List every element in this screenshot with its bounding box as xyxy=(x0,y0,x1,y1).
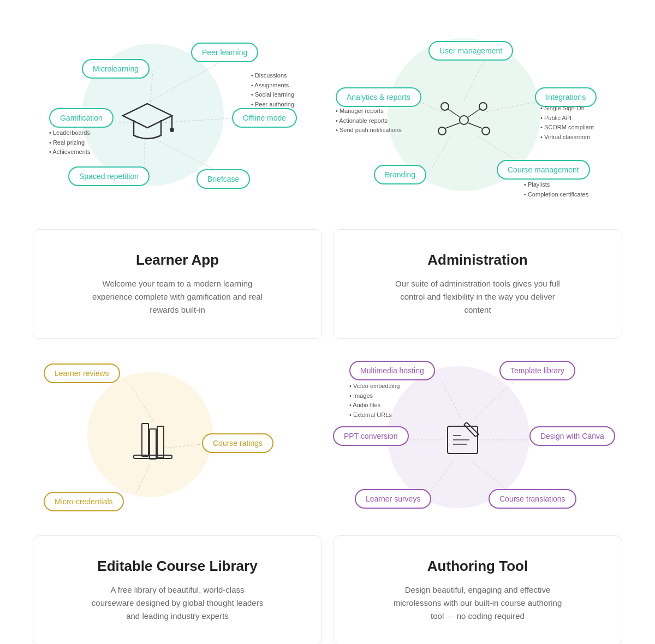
svg-point-8 xyxy=(170,128,174,132)
peer-learning-bullets: Discussions Assignments Social learning … xyxy=(251,71,294,109)
learner-surveys-bubble: Learner surveys xyxy=(355,489,431,509)
branding-bubble: Branding xyxy=(374,165,426,184)
svg-point-18 xyxy=(482,127,490,135)
svg-point-15 xyxy=(441,103,449,110)
bottom-cards: Editable Course Library A free library o… xyxy=(33,535,622,644)
top-cards: Learner App Welcome your team to a moder… xyxy=(33,229,622,339)
template-library-bubble: Template library xyxy=(499,361,575,380)
microlearning-bubble: Microlearning xyxy=(82,59,150,79)
authoring-mindmap: Multimedia hosting Video embedding Image… xyxy=(333,355,622,524)
course-translations-bubble: Course translations xyxy=(489,489,576,509)
peer-learning-bubble: Peer learning xyxy=(191,43,258,62)
offline-mode-bubble: Offline mode xyxy=(232,108,297,128)
administration-title: Administration xyxy=(350,252,605,269)
integrations-bullets: Single Sign-On Public API SCORM complian… xyxy=(540,104,594,142)
svg-marker-6 xyxy=(123,104,172,128)
svg-line-21 xyxy=(445,123,460,128)
library-desc: A free library of beautiful, world-class… xyxy=(90,583,265,623)
svg-line-37 xyxy=(467,422,479,434)
design-canva-bubble: Design with Canva xyxy=(529,426,615,446)
administration-mindmap: User management Analytics & reports Mana… xyxy=(333,16,622,218)
svg-rect-26 xyxy=(142,424,148,456)
micro-credentials-bubble: Micro-credentials xyxy=(44,492,124,511)
svg-line-22 xyxy=(468,123,482,128)
library-card: Editable Course Library A free library o… xyxy=(33,535,322,644)
network-icon xyxy=(434,96,494,145)
svg-point-17 xyxy=(438,127,446,135)
briefcase-bubble: Briefcase xyxy=(196,169,250,189)
svg-line-20 xyxy=(468,109,480,117)
svg-rect-29 xyxy=(134,455,172,458)
multimedia-hosting-bubble: Multimedia hosting xyxy=(349,361,435,380)
user-management-bubble: User management xyxy=(428,41,513,61)
bottom-mindmaps: Learner reviews Course ratings Micro-cre… xyxy=(33,355,622,524)
course-management-bullets: Playlists Completion certificates xyxy=(524,180,588,199)
svg-line-39 xyxy=(464,422,467,425)
authoring-title: Authoring Tool xyxy=(350,558,605,575)
pencil-icon xyxy=(434,413,489,467)
svg-rect-27 xyxy=(150,429,156,459)
svg-line-19 xyxy=(448,109,460,117)
spaced-repetition-bubble: Spaced repetition xyxy=(68,166,150,186)
library-mindmap: Learner reviews Course ratings Micro-cre… xyxy=(33,355,322,524)
multimedia-bullets: Video embedding Images Audio files Exter… xyxy=(349,381,400,420)
learner-app-card: Learner App Welcome your team to a moder… xyxy=(33,229,322,339)
administration-card: Administration Our suite of administrati… xyxy=(333,229,622,339)
authoring-desc: Design beautiful, engaging and effective… xyxy=(390,583,565,623)
svg-point-14 xyxy=(460,116,468,124)
svg-rect-28 xyxy=(157,426,164,458)
learner-reviews-bubble: Learner reviews xyxy=(44,363,120,383)
learner-app-desc: Welcome your team to a modern learning e… xyxy=(90,277,265,317)
graduation-icon xyxy=(117,93,177,153)
learner-app-title: Learner App xyxy=(50,252,305,269)
authoring-card: Authoring Tool Design beautiful, engagin… xyxy=(333,535,622,644)
analytics-bullets: Manager reports Actionable reports Send … xyxy=(336,106,402,135)
course-management-bubble: Course management xyxy=(497,160,590,180)
library-title: Editable Course Library xyxy=(50,558,305,575)
books-icon xyxy=(126,418,180,473)
ppt-conversion-bubble: PPT conversion xyxy=(333,426,409,446)
course-ratings-bubble: Course ratings xyxy=(202,433,273,453)
analytics-bubble: Analytics & reports xyxy=(336,87,421,107)
administration-desc: Our suite of administration tools gives … xyxy=(390,277,565,317)
gamification-bubble: Gamification xyxy=(49,108,114,128)
svg-point-16 xyxy=(479,103,487,110)
gamification-bullets: Leaderboards Real prizing Achievements xyxy=(49,128,90,157)
learner-app-mindmap: Peer learning Discussions Assignments So… xyxy=(33,16,322,218)
